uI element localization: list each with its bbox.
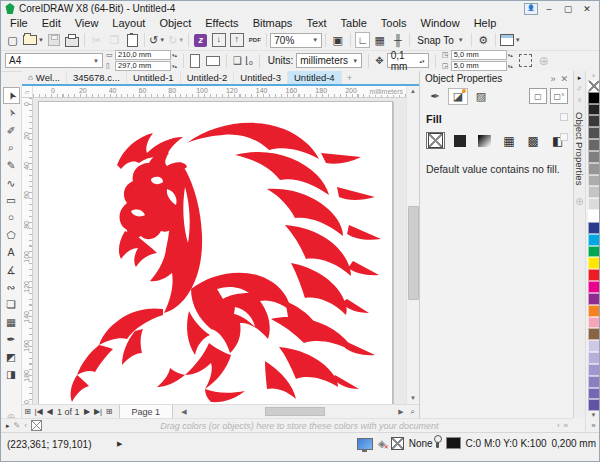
save-button[interactable]	[46, 32, 63, 48]
units-combo[interactable]: millimeters ▼	[296, 53, 362, 68]
pick-tool[interactable]: ➤	[3, 87, 20, 104]
drop-shadow-tool[interactable]: ❏	[3, 296, 20, 313]
spinner[interactable]: ▾▴	[508, 64, 513, 68]
print-button[interactable]	[64, 32, 81, 48]
paste-button[interactable]	[124, 32, 141, 48]
export-button[interactable]: ↑	[228, 32, 245, 48]
next-page-button[interactable]: ▶	[82, 407, 93, 416]
account-icon[interactable]: 👤	[524, 3, 538, 15]
pan-zoom-button[interactable]: ⌕	[406, 407, 419, 417]
previous-page-button[interactable]: ◀	[44, 407, 55, 416]
bspline-tool[interactable]: ∿	[3, 174, 20, 191]
color-swatch[interactable]	[588, 269, 600, 281]
expand-icon[interactable]: »	[564, 421, 568, 430]
add-page-after-button[interactable]: ⊞	[104, 407, 115, 416]
copy-button[interactable]: ❐	[106, 32, 123, 48]
outline-status[interactable]: C:0 M:0 Y:0 K:100 0,200 mm	[436, 437, 596, 449]
document-tab-untitled3[interactable]: Untitled-3	[234, 71, 288, 84]
color-swatch[interactable]	[588, 139, 600, 151]
minimize-button[interactable]: –	[541, 3, 557, 15]
open-button[interactable]: ▼	[22, 32, 45, 48]
color-swatch[interactable]	[588, 210, 600, 222]
import-button[interactable]: ↓	[210, 32, 227, 48]
fill-tab[interactable]: ◪	[448, 88, 468, 105]
color-swatch[interactable]	[588, 234, 600, 246]
options-button[interactable]: ⚙	[475, 32, 492, 48]
color-swatch[interactable]	[588, 352, 600, 364]
frame-new-button[interactable]: ▢°	[550, 88, 568, 104]
duplicate-x-field[interactable]: 5,0 mm	[451, 50, 507, 60]
frame-outline-button[interactable]: ▢	[529, 88, 547, 104]
color-swatch[interactable]	[588, 151, 600, 163]
cut-button[interactable]: ✂	[88, 32, 105, 48]
horizontal-scroll-thumb[interactable]	[265, 407, 325, 416]
color-swatch[interactable]	[588, 399, 600, 411]
current-page-icon[interactable]: ⌊ₒ	[245, 55, 253, 66]
scroll-left-icon[interactable]: ‹	[24, 421, 27, 430]
transparency-tab[interactable]: ▨	[471, 88, 491, 105]
ruler-origin[interactable]: ▱	[22, 86, 33, 98]
page-size-combo[interactable]: A4 ▼	[5, 53, 103, 68]
color-settings-icon[interactable]	[357, 438, 373, 450]
color-swatch[interactable]	[588, 305, 600, 317]
snap-to-dropdown[interactable]: Snap To ▼	[413, 35, 467, 46]
vertical-ruler[interactable]: 020406080100120140160180200	[22, 98, 33, 404]
zoom-tool[interactable]: ⌕	[3, 139, 20, 156]
color-swatch[interactable]	[588, 293, 600, 305]
collapse-docker-icon[interactable]: »	[550, 74, 555, 84]
fullscreen-preview-toggle[interactable]: ▣	[329, 32, 346, 48]
color-swatch[interactable]	[588, 317, 600, 329]
document-tab-wel[interactable]: ⌂Wel...	[22, 71, 67, 84]
redo-button[interactable]: ↻▼	[167, 32, 185, 48]
no-color-swatch[interactable]	[588, 80, 600, 92]
new-document-button[interactable]: ▢	[4, 32, 21, 48]
eyedropper-icon[interactable]: ✎	[14, 421, 21, 430]
color-swatch[interactable]	[588, 364, 600, 376]
page-height-field[interactable]: 297,0 mm	[115, 61, 171, 71]
publish-pdf-button[interactable]: PDF	[246, 32, 263, 48]
color-swatch[interactable]	[588, 328, 600, 340]
spinner[interactable]: ▾▴	[172, 53, 177, 57]
palette-scroll-down-icon[interactable]: ▼	[591, 411, 597, 420]
scroll-right-icon[interactable]: ›	[557, 421, 560, 430]
document-tab-345678c[interactable]: 345678.c...	[67, 71, 127, 84]
color-swatch[interactable]	[588, 376, 600, 388]
spinner[interactable]: ▴▾	[420, 59, 425, 63]
scroll-up-button[interactable]: ▲	[407, 86, 419, 97]
section-toggle[interactable]	[560, 113, 568, 121]
vertical-scroll-thumb[interactable]	[408, 206, 419, 300]
color-swatch[interactable]	[588, 340, 600, 352]
document-tab-untitled2[interactable]: Untitled-2	[181, 71, 235, 84]
menu-bitmaps[interactable]: Bitmaps	[246, 17, 300, 29]
color-swatch[interactable]	[588, 163, 600, 175]
spinner[interactable]: ▾▴	[508, 53, 513, 57]
show-rulers-toggle[interactable]: ∟	[355, 32, 370, 48]
menu-tools[interactable]: Tools	[374, 17, 414, 29]
spinner[interactable]: ▾▴	[172, 64, 177, 68]
color-swatch[interactable]	[588, 104, 600, 116]
undo-button[interactable]: ↺▼	[148, 32, 166, 48]
color-swatch[interactable]	[588, 222, 600, 234]
uniform-fill-button[interactable]	[451, 132, 469, 149]
flyout-arrow-icon[interactable]: ▸	[6, 422, 10, 430]
page-width-field[interactable]: 210,0 mm	[115, 50, 171, 60]
close-button[interactable]: ✕	[579, 3, 595, 15]
flyout-arrow-icon[interactable]: ▶	[117, 440, 122, 448]
page-area[interactable]	[38, 101, 393, 404]
no-color-swatch[interactable]	[31, 420, 42, 431]
palette-scroll-up-icon[interactable]: ▲	[591, 71, 597, 80]
connector-tool[interactable]: ∾	[3, 278, 20, 295]
page-tab[interactable]: Page 1	[119, 405, 174, 418]
smart-fill-tool[interactable]: ◨	[3, 365, 20, 382]
menu-object[interactable]: Object	[152, 17, 198, 29]
fill-status[interactable]: ◈ None	[357, 437, 433, 450]
flyout-arrow-icon[interactable]: ▸	[578, 74, 582, 82]
drawing-canvas[interactable]	[33, 98, 406, 404]
portrait-button[interactable]	[190, 54, 200, 68]
vertical-scrollbar[interactable]: ▲ ▼	[406, 86, 419, 404]
document-tab-untitled1[interactable]: Untitled-1	[127, 71, 181, 84]
dimension-tool[interactable]: ∡	[3, 261, 20, 278]
last-page-button[interactable]: ▶|	[93, 407, 104, 416]
menu-edit[interactable]: Edit	[35, 17, 68, 29]
show-grid-toggle[interactable]: ▦	[371, 32, 388, 48]
